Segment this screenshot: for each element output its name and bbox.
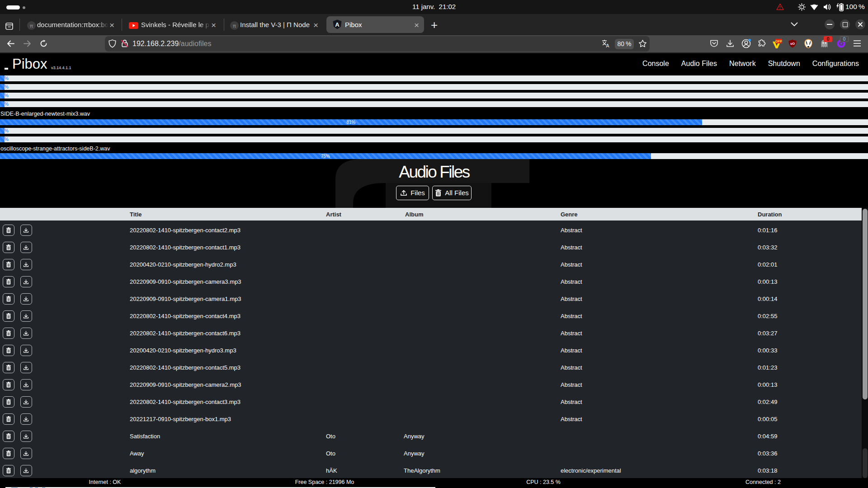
svg-text:uO: uO [790,42,795,45]
svg-text:π: π [233,23,236,28]
svg-text:OFF: OFF [775,39,782,43]
svg-text:A: A [335,21,340,28]
svg-text:A: A [606,43,609,48]
svg-text:π: π [30,23,33,28]
